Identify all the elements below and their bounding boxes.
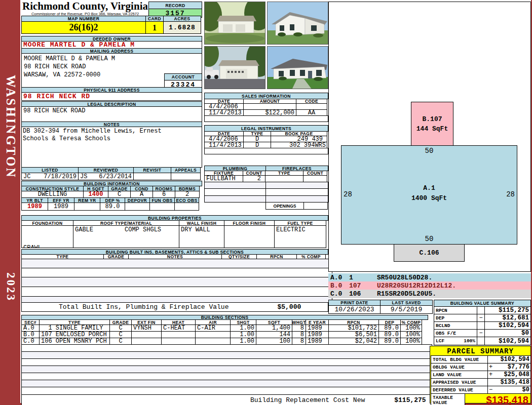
account-label: ACCOUNT: [164, 73, 202, 80]
effyr-value: 1989: [48, 202, 74, 211]
vs-row-rpcn: RPCN $115,275: [434, 306, 531, 314]
fireplace-count: [303, 175, 327, 182]
vs-label: OBS F/E: [434, 329, 477, 337]
sec-air: C-AIR: [195, 325, 231, 332]
empty-cell: [204, 195, 266, 202]
sales-row-empty: [204, 115, 328, 122]
vs-sign: −: [477, 329, 485, 337]
plumb-fire-empty-row: [204, 182, 328, 189]
ps-value: $102,594: [500, 356, 529, 363]
property-photo-garage-front[interactable]: [204, 2, 265, 45]
sec-shgt: 1.00: [230, 338, 256, 345]
ps-row-obldg: OBLDG VALUE + $7,776: [431, 363, 530, 371]
sec-id: C.0: [21, 338, 40, 345]
sec-heat: C-HEAT: [161, 325, 196, 332]
empty-cell: [265, 182, 328, 189]
foundation-value: CRAWL BRICK: [21, 225, 73, 248]
sec-sqft: 144: [256, 331, 292, 338]
building-properties-values: CRAWL BRICK GABLE COMP SHGLS DRY WALL EL…: [21, 225, 326, 248]
vs-row-lcf: LCF 100% $102,594: [434, 337, 531, 345]
legal-instruments-section: LEGAL INSTRUMENTS DATE TYPE BOOK PAGE 4/…: [204, 125, 328, 154]
dep-value: 89.0: [100, 202, 125, 211]
built-ins-empty-rows: [21, 259, 328, 307]
appeals-value: [171, 173, 201, 180]
legend-vector: R15SR20D5L20U5.: [377, 290, 436, 298]
sec-shgt: 1.00: [230, 331, 256, 338]
ps-label: OBLDG VALUE: [431, 363, 488, 371]
ps-label: DEFERRED VALUE: [431, 386, 488, 394]
ps-value-cell: + $25,048: [487, 371, 531, 379]
building-sections-rows: A.0 1 SINGLE FAMILY C VYNSH C-HEAT C-AIR…: [21, 325, 428, 405]
house-left-illustration: [268, 47, 328, 89]
legend-num: 107: [349, 282, 377, 290]
legal-description-value: 98 RICH NECK ROAD: [21, 106, 202, 122]
empty-row: [21, 277, 332, 287]
sec-air: [195, 338, 231, 345]
vs-row-obs: OBS F/E − $0: [434, 329, 531, 337]
built-ins-total-value: $5,000: [277, 303, 301, 311]
ps-label: APPRAISED VALUE: [431, 378, 488, 386]
yrblt-value: 1989: [21, 202, 48, 211]
reviewed-value: JS6/23/2014: [78, 173, 134, 180]
sec-eyear: 1989: [306, 325, 329, 332]
sketch-a-sqft: 1400 SqFt: [341, 194, 517, 202]
ps-label: TOTAL BLDG VALUE: [431, 355, 488, 363]
instrument-row-empty: [204, 148, 328, 154]
house-right-illustration: [268, 2, 328, 45]
ps-value-cell: $102,594: [487, 355, 531, 363]
floor-finish-value: [224, 225, 275, 248]
ps-value: $7,776: [508, 363, 529, 371]
sec-sqft: 100: [256, 338, 292, 345]
ps-row-deferred: DEFERRED VALUE − $0: [431, 386, 530, 394]
sec-whgt: 8: [292, 338, 306, 345]
ps-sign: −: [489, 386, 492, 393]
property-photo-garage-truck[interactable]: [204, 46, 265, 89]
sec-grade: C: [109, 338, 132, 345]
vs-label: RCLND: [434, 321, 477, 330]
ps-value-cell: $135,418: [487, 378, 531, 386]
built-ins-total-row: Total Built Ins, Plumbing & Fireplace Va…: [21, 302, 328, 312]
sec-dep: 89.0: [378, 338, 401, 345]
hsqft-value: 1400: [83, 191, 108, 198]
property-photo-house-left[interactable]: [267, 46, 328, 89]
ps-label: LAND VALUE: [431, 371, 488, 379]
sidebar-year-label: 2023: [4, 272, 17, 302]
sec-ext: [131, 338, 162, 345]
empty-row: [21, 358, 432, 366]
sketch-section-a: 50 28 28 50 A.1 1400 SqFt: [341, 145, 517, 245]
acres-value: 1.6828: [163, 21, 201, 34]
empty-cell: [204, 188, 266, 196]
review-values: JC7/18/2019 JS6/23/2014: [21, 173, 201, 180]
sec-heat: [161, 331, 196, 338]
sec-shgt: 1.00: [230, 325, 256, 332]
reviewed-date: 6/23/2014: [99, 173, 132, 180]
ps-value: $135,418: [500, 379, 529, 386]
sec-comp: 100%: [400, 338, 422, 345]
empty-row: [21, 268, 332, 277]
vs-sign: [477, 321, 485, 330]
ps-sign: +: [489, 371, 492, 378]
map-card-acres-values: 26(16)2 1 1.6828: [21, 21, 201, 34]
built-ins-total-label: Total Built Ins, Plumbing & Fireplace Va…: [59, 303, 229, 311]
replacement-cost-row: Building Replacement Cost New $115,275: [21, 394, 432, 405]
legend-vector: SR50U28L50D28.: [377, 274, 432, 281]
sec-grade: C: [109, 325, 132, 332]
sec-dep: 89.0: [378, 331, 401, 338]
vs-sign: −: [477, 314, 485, 322]
replacement-cost-value: $115,275: [394, 396, 426, 404]
depovr-value: [125, 202, 150, 211]
sketch-b-sqft: 144 SqFt: [416, 125, 448, 133]
legend-row-a: A.0 1 SR50U28L50D28.: [328, 273, 531, 282]
garage-front-illustration: [205, 2, 265, 45]
fuel-type-value: ELECTRIC: [274, 225, 326, 248]
ps-row-taxable: TAXABLE VALUE $135,418: [431, 393, 530, 405]
plumbing-fireplaces-section: PLUMBING FIREPLACES FIXTURE COUNT TYPE C…: [204, 166, 328, 210]
plumbing-row-1: FULLBATH 2: [204, 175, 328, 182]
fixture-count: 2: [243, 175, 265, 182]
property-photo-house-right[interactable]: [267, 2, 328, 45]
parcel-summary-header: PARCEL SUMMARY: [431, 347, 530, 355]
sec-id: A.0: [21, 325, 40, 332]
legend-code: A.0: [328, 274, 350, 281]
legend-code: B.0: [328, 282, 350, 290]
sec-rpcn: $101,732: [328, 325, 379, 332]
